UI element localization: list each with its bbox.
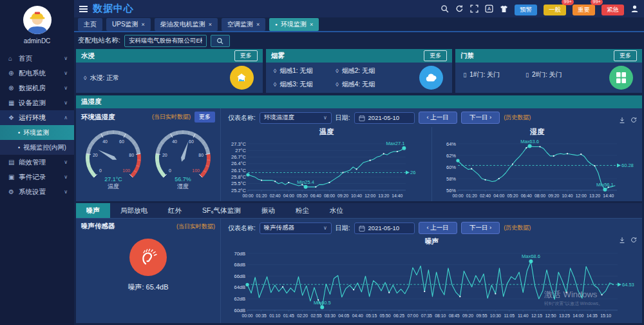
smoke-status: ◊烟感4: 无烟 <box>336 80 397 89</box>
smoke-status: ◊烟感3: 无烟 <box>274 80 335 89</box>
svg-text:08:10: 08:10 <box>435 313 446 318</box>
chart-title: 噪声 <box>222 237 642 246</box>
svg-text:27.1°C: 27.1°C <box>104 176 122 182</box>
important-alarm-badge[interactable]: 重要 <box>573 5 595 15</box>
svg-text:05:50: 05:50 <box>379 313 390 318</box>
close-icon[interactable]: × <box>209 21 212 28</box>
tab-water-level[interactable]: 水位 <box>319 203 354 218</box>
next-day-button[interactable]: 下一日 › <box>461 112 500 124</box>
sidebar-item-video-monitor[interactable]: •视频监控(内网) <box>0 140 74 155</box>
date-input[interactable]: 2021-05-10 <box>354 112 415 124</box>
close-icon[interactable]: × <box>142 21 145 28</box>
svg-text:27°C: 27°C <box>235 148 246 153</box>
user-icon[interactable] <box>630 5 639 13</box>
sidebar-item-device-monitor[interactable]: ▦设备监测∨ <box>0 95 74 110</box>
date-input[interactable]: 2021-05-10 <box>354 222 415 234</box>
tab-vibration[interactable]: 振动 <box>251 203 285 218</box>
svg-text:26.4°C: 26.4°C <box>231 161 247 166</box>
svg-text:05:15: 05:15 <box>366 313 377 318</box>
svg-text:0: 0 <box>169 168 171 173</box>
svg-text:11:05: 11:05 <box>504 313 515 318</box>
more-button[interactable]: 更多 <box>424 50 447 61</box>
prev-day-button[interactable]: ‹ 上一日 <box>419 222 457 234</box>
tab-dust[interactable]: 粉尘 <box>285 203 319 218</box>
droplet-icon: ◊ <box>336 68 338 74</box>
svg-text:04:00: 04:00 <box>283 193 294 198</box>
menu-toggle-icon[interactable] <box>79 5 88 14</box>
sidebar-item-data-room[interactable]: ⊗数据机房∨ <box>0 81 74 95</box>
svg-text:27.3°C: 27.3°C <box>231 141 247 147</box>
svg-text:06:40: 06:40 <box>521 193 532 198</box>
warning-badge[interactable]: 预警 <box>515 5 537 15</box>
history-link[interactable]: (历史数据) <box>504 224 531 232</box>
general-alarm-badge[interactable]: 一般 <box>544 5 566 15</box>
tab-sf6-gas[interactable]: SF₆气体监测 <box>192 203 251 218</box>
station-name-input[interactable] <box>124 35 207 47</box>
chevron-down-icon: ∨ <box>64 70 68 76</box>
sidebar-item-home[interactable]: ⌂首页∨ <box>0 51 74 66</box>
svg-text:58%: 58% <box>446 176 456 182</box>
next-day-button[interactable]: 下一日 › <box>461 222 500 234</box>
sidebar-item-energy[interactable]: ▤能效管理∨ <box>0 155 74 170</box>
card-title: 烟雾 <box>271 52 285 61</box>
tab-home[interactable]: 主页 <box>78 18 102 31</box>
more-button[interactable]: 更多 <box>234 50 258 61</box>
fullscreen-icon[interactable] <box>470 5 478 13</box>
svg-text:26: 26 <box>410 170 415 175</box>
tab-env-monitor[interactable]: ●环境监测× <box>269 18 319 31</box>
sensor-tabs: 噪声 局部放电 红外 SF₆气体监测 振动 粉尘 水位 <box>76 203 642 219</box>
sidebar-item-environment[interactable]: ❖运行环境∧ <box>0 110 74 125</box>
meter-select[interactable]: 环境温湿度∨ <box>260 112 332 124</box>
close-icon[interactable]: × <box>310 21 313 28</box>
svg-text:20: 20 <box>162 153 167 157</box>
svg-text:40: 40 <box>172 139 177 144</box>
svg-text:60dB: 60dB <box>234 308 245 313</box>
refresh-icon[interactable] <box>630 117 637 123</box>
water-card: 水浸更多 ◊水浸: 正常 <box>76 49 263 93</box>
tab-diesel-monitor[interactable]: 柴油发电机监测× <box>155 18 218 31</box>
page-title: 数据中心 <box>93 3 134 15</box>
svg-text:14:40: 14:40 <box>603 193 614 198</box>
search-icon[interactable] <box>440 5 449 13</box>
chevron-down-icon: ∨ <box>64 55 68 61</box>
svg-text:04:40: 04:40 <box>352 313 363 318</box>
device-monitor-icon: ▦ <box>8 99 19 106</box>
sidebar-item-events[interactable]: ▣事件记录∨ <box>0 170 74 184</box>
translate-icon[interactable]: A <box>485 5 493 13</box>
status-cards: 水浸更多 ◊水浸: 正常 烟雾更多 ◊烟感1: 无烟 ◊烟感2: 无烟 ◊烟感3… <box>76 49 642 93</box>
svg-text:07:35: 07:35 <box>421 313 431 318</box>
refresh-icon[interactable] <box>455 5 464 13</box>
chevron-down-icon: ∨ <box>323 115 327 121</box>
history-link[interactable]: (历史数据) <box>504 113 531 122</box>
tab-ups-monitor[interactable]: UPS监测× <box>106 18 151 31</box>
tab-infrared[interactable]: 红外 <box>158 203 192 218</box>
search-button[interactable] <box>211 35 230 47</box>
sidebar-item-power-system[interactable]: ⊕配电系统∨ <box>0 66 74 81</box>
more-button[interactable]: 更多 <box>614 50 637 61</box>
svg-text:11:40: 11:40 <box>517 313 528 318</box>
close-icon[interactable]: × <box>256 21 260 28</box>
prev-day-button[interactable]: ‹ 上一日 <box>419 112 457 124</box>
avatar[interactable] <box>23 5 52 35</box>
meter-select[interactable]: 噪声传感器∨ <box>260 222 332 234</box>
sidebar-item-settings[interactable]: ⚙系统设置∨ <box>0 184 74 199</box>
chevron-up-icon: ∧ <box>64 115 68 121</box>
sidebar-item-env-monitor[interactable]: •环境监测 <box>0 125 74 140</box>
download-icon[interactable] <box>619 117 625 123</box>
refresh-icon[interactable] <box>630 237 637 243</box>
temperature-gauge: 02040608010027.1°C温度 <box>80 124 147 191</box>
tab-noise[interactable]: 噪声 <box>76 203 110 218</box>
energy-icon: ▤ <box>8 159 19 166</box>
svg-text:40: 40 <box>102 139 108 144</box>
chevron-down-icon: ∨ <box>64 159 68 165</box>
noise-section: 噪声 局部放电 红外 SF₆气体监测 振动 粉尘 水位 噪声传感器 (当日实时数… <box>76 203 642 323</box>
svg-text:60: 60 <box>189 139 194 144</box>
tab-partial-discharge[interactable]: 局部放电 <box>110 203 158 218</box>
download-icon[interactable] <box>619 237 625 243</box>
sidebar-menu: ⌂首页∨ ⊕配电系统∨ ⊗数据机房∨ ▦设备监测∨ ❖运行环境∧ •环境监测 •… <box>0 51 74 199</box>
more-button[interactable]: 更多 <box>194 112 215 123</box>
urgent-alarm-badge[interactable]: 紧急 <box>601 5 624 15</box>
tab-ac-monitor[interactable]: 空调监测× <box>222 18 265 31</box>
noise-trend-panel: 仪表名称: 噪声传感器∨ 日期: 2021-05-10 ‹ 上一日 下一日 › … <box>222 219 642 323</box>
theme-icon[interactable] <box>500 5 508 13</box>
